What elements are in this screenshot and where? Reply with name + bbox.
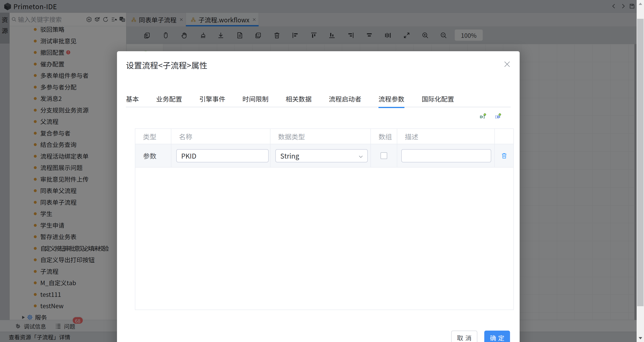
dialog-tabs: 基本业务配置引擎事件时间限制相关数据流程启动者流程参数国际化配置 bbox=[126, 92, 511, 107]
col-name: 名称 bbox=[171, 128, 270, 144]
process-properties-dialog: 设置流程<子流程>属性 基本业务配置引擎事件时间限制相关数据流程启动者流程参数国… bbox=[117, 51, 520, 342]
dialog-tab[interactable]: 业务配置 bbox=[156, 92, 182, 107]
confirm-button[interactable]: 确定 bbox=[484, 330, 510, 342]
param-actions-cell bbox=[494, 144, 514, 167]
scroll-down-icon[interactable] bbox=[636, 334, 644, 342]
param-name-input[interactable]: PKID bbox=[176, 149, 269, 162]
dialog-tab[interactable]: 基本 bbox=[126, 92, 139, 107]
col-datatype: 数据类型 bbox=[270, 128, 371, 144]
col-description: 描述 bbox=[397, 128, 494, 144]
param-name-cell: PKID bbox=[171, 144, 270, 167]
delete-row-icon[interactable] bbox=[501, 152, 508, 159]
scrollbar-thumb[interactable] bbox=[637, 19, 644, 306]
dialog-tab[interactable]: 流程启动者 bbox=[329, 92, 361, 107]
dialog-footer: 取消 确定 bbox=[117, 330, 511, 342]
param-type-cell: 参数 bbox=[135, 144, 171, 167]
param-description-input[interactable] bbox=[401, 149, 491, 162]
dialog-close-icon[interactable] bbox=[503, 60, 511, 68]
page-scrollbar[interactable] bbox=[636, 0, 644, 342]
dialog-tab[interactable]: 时间限制 bbox=[242, 92, 268, 107]
col-actions bbox=[494, 128, 514, 144]
add-reference-icon[interactable] bbox=[495, 113, 502, 120]
table-empty-space bbox=[135, 167, 514, 310]
param-description-cell bbox=[397, 144, 494, 167]
chevron-down-icon bbox=[358, 154, 364, 160]
param-array-checkbox[interactable] bbox=[380, 152, 387, 159]
col-type: 类型 bbox=[135, 128, 171, 144]
parameter-row: 参数 PKID String bbox=[135, 144, 514, 167]
dialog-tab[interactable]: 引擎事件 bbox=[199, 92, 225, 107]
param-array-cell bbox=[371, 144, 397, 167]
dialog-tab[interactable]: 国际化配置 bbox=[422, 92, 454, 107]
dialog-add-actions bbox=[117, 112, 511, 121]
table-header-row: 类型 名称 数据类型 数组 描述 bbox=[135, 128, 514, 144]
parameters-table: 类型 名称 数据类型 数组 描述 参数 PKID String bbox=[135, 128, 514, 310]
add-parameter-icon[interactable] bbox=[480, 113, 486, 120]
scroll-up-icon[interactable] bbox=[636, 0, 644, 8]
param-datatype-value: String bbox=[280, 151, 299, 160]
col-array: 数组 bbox=[371, 128, 397, 144]
dialog-tab[interactable]: 流程参数 bbox=[378, 92, 404, 107]
dialog-title: 设置流程<子流程>属性 bbox=[126, 59, 207, 71]
cancel-button[interactable]: 取消 bbox=[451, 330, 477, 342]
param-datatype-select[interactable]: String bbox=[275, 149, 368, 162]
dialog-tab[interactable]: 相关数据 bbox=[286, 92, 312, 107]
param-datatype-cell: String bbox=[270, 144, 371, 167]
